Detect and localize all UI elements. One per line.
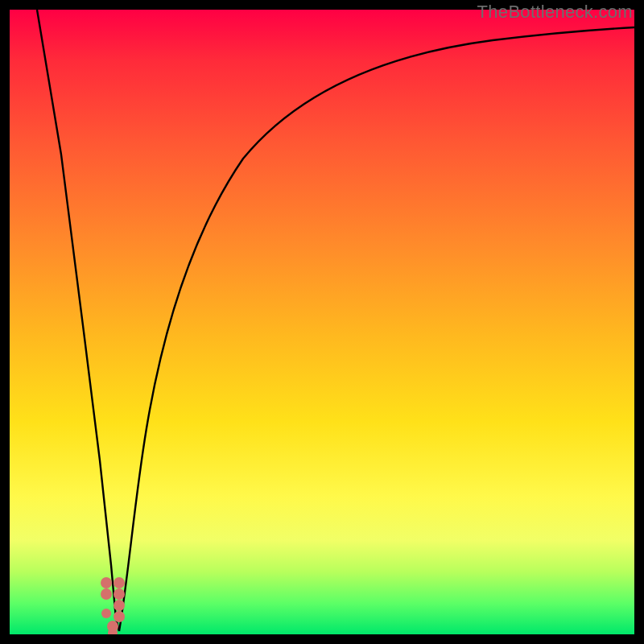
bottleneck-curve bbox=[10, 10, 634, 634]
marker-dot bbox=[101, 609, 111, 618]
marker-dot bbox=[101, 588, 112, 600]
plot-area bbox=[10, 10, 634, 634]
curve-left-branch bbox=[37, 10, 119, 631]
marker-dot bbox=[101, 577, 112, 588]
marker-dot bbox=[114, 611, 125, 622]
marker-dot bbox=[114, 588, 125, 600]
marker-dot bbox=[114, 577, 125, 588]
marker-dot bbox=[114, 600, 125, 611]
chart-frame: TheBottleneck.com bbox=[0, 0, 644, 644]
curve-right-branch bbox=[119, 27, 634, 631]
watermark-text: TheBottleneck.com bbox=[477, 2, 633, 23]
